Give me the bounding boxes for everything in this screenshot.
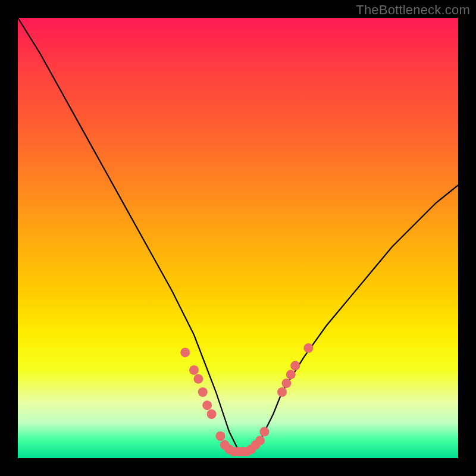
highlight-dot <box>207 409 217 419</box>
highlight-dot <box>198 387 208 397</box>
bottleneck-curve <box>18 18 458 449</box>
highlight-dot <box>193 374 203 384</box>
highlight-dot <box>281 378 291 388</box>
highlight-dot <box>259 427 269 437</box>
chart-svg <box>0 0 476 476</box>
highlight-dot <box>286 369 296 379</box>
highlight-dot <box>189 365 199 375</box>
highlight-dot <box>215 431 225 441</box>
highlight-dot <box>255 436 265 445</box>
highlight-dot <box>290 361 300 371</box>
highlight-dot <box>303 343 313 353</box>
highlight-dot <box>180 347 190 357</box>
watermark-text: TheBottleneck.com <box>356 2 470 18</box>
highlight-dot <box>202 400 212 410</box>
highlight-dot <box>277 387 287 397</box>
